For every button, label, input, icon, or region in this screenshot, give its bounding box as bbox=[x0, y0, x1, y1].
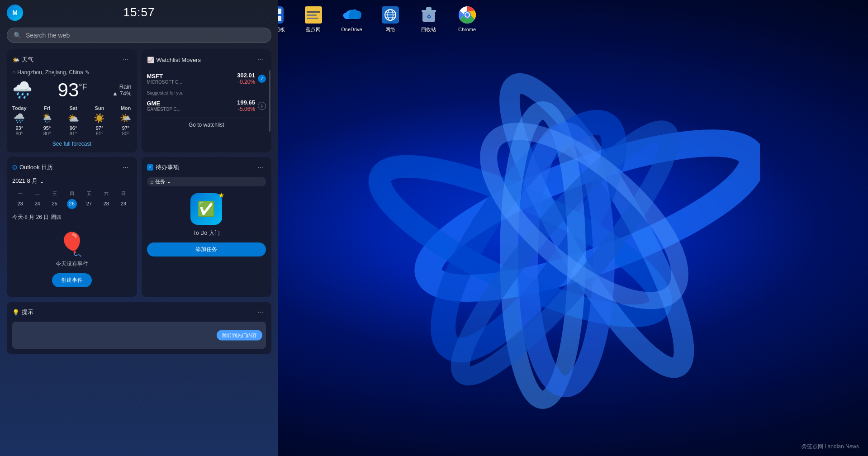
stock-gme-info: GME GAMESTOP C... bbox=[147, 100, 181, 112]
today-label: 今天·8 月 26 日 周四 bbox=[12, 214, 132, 221]
tasks-dropdown[interactable]: ⌂ 任务 ⌄ bbox=[147, 177, 266, 186]
landian-icon bbox=[304, 5, 323, 24]
forecast-sun: Sun ☀️ 97° 81° bbox=[94, 105, 105, 136]
desktop-icon-network[interactable]: 网络 bbox=[373, 4, 407, 34]
onedrive-icon bbox=[342, 5, 361, 24]
cal-day-24[interactable]: 24 bbox=[29, 199, 45, 209]
forecast-icon-1: 🌦️ bbox=[42, 113, 53, 124]
cal-header-fri: 五 bbox=[81, 190, 97, 198]
calendar-widget: O Outlook 日历 ··· 2021 8 月 ⌄ 一 二 三 四 五 六 bbox=[7, 157, 137, 297]
chrome-label: Chrome bbox=[458, 26, 476, 33]
onedrive-label: OneDrive bbox=[341, 26, 362, 33]
scroll-indicator bbox=[269, 70, 270, 132]
forecast-icon-3: ☀️ bbox=[94, 113, 105, 124]
gme-price-info: 199.65 -5.06% bbox=[237, 99, 255, 112]
cal-header-wed: 三 bbox=[47, 190, 62, 198]
cal-header-thu: 四 bbox=[64, 190, 80, 198]
cal-header-tue: 二 bbox=[29, 190, 45, 198]
desktop-icon-landian[interactable]: 蓝点网 bbox=[296, 4, 330, 34]
hot-content-button[interactable]: 跳转到热门内容 bbox=[217, 330, 262, 341]
suggested-label: Suggested for you bbox=[147, 88, 266, 96]
desktop-icon-recycle[interactable]: ♻ 回收站 bbox=[412, 4, 446, 34]
svg-rect-14 bbox=[307, 11, 320, 13]
create-event-button[interactable]: 创建事件 bbox=[52, 273, 92, 287]
cloud-icon: 🌤️ bbox=[12, 57, 19, 63]
home-task-icon: ⌂ bbox=[151, 179, 154, 185]
balloon-icon: 🎈 bbox=[58, 231, 86, 257]
search-icon: 🔍 bbox=[14, 32, 21, 39]
chevron-down-icon[interactable]: ⌄ bbox=[39, 178, 44, 185]
weather-location: ⌂ Hangzhou, Zhejiang, China ✎ bbox=[12, 69, 132, 76]
forecast-fri: Fri 🌦️ 95° 80° bbox=[42, 105, 53, 136]
stock-gme-price: 199.65 -5.06% + bbox=[237, 99, 266, 112]
see-forecast-link[interactable]: See full forecast bbox=[12, 141, 132, 147]
add-task-button[interactable]: 添加任务 bbox=[147, 242, 266, 256]
todo-header: ✓ 待办事项 ··· bbox=[147, 162, 266, 172]
landian-label: 蓝点网 bbox=[306, 26, 321, 33]
weather-condition-icon: 🌧️ bbox=[12, 81, 33, 100]
tips-menu-btn[interactable]: ··· bbox=[255, 307, 266, 317]
todo-empty-area: ✅ ★ To Do 入门 添加任务 bbox=[147, 186, 266, 261]
calendar-header: O Outlook 日历 ··· bbox=[12, 162, 132, 172]
cal-header-mon: 一 bbox=[12, 190, 28, 198]
cal-day-25[interactable]: 25 bbox=[47, 199, 62, 209]
calendar-month-name: 2021 8 月 ⌄ bbox=[12, 177, 44, 185]
go-watchlist-link[interactable]: Go to watchlist bbox=[147, 118, 266, 132]
temperature: 93°F bbox=[58, 79, 87, 100]
desktop-icon-onedrive[interactable]: OneDrive bbox=[335, 4, 369, 34]
widgets-grid: 🌤️ 天气 ··· ⌂ Hangzhou, Zhejiang, China ✎ … bbox=[0, 49, 278, 354]
forecast-icon-0: 🌧️ bbox=[14, 113, 25, 124]
weather-details: Rain ▲ 74% bbox=[112, 83, 132, 97]
edit-icon[interactable]: ✎ bbox=[85, 69, 90, 76]
home-icon: ⌂ bbox=[12, 69, 15, 76]
desktop-icon-chrome[interactable]: Chrome bbox=[450, 4, 484, 34]
weather-menu-btn[interactable]: ··· bbox=[120, 55, 131, 65]
watchlist-title: 📈 Watchlist Movers bbox=[147, 57, 201, 63]
msft-price-info: 302.01 -0.20% bbox=[237, 72, 255, 85]
no-events-text: 今天没有事件 bbox=[56, 260, 88, 268]
cal-day-26-today[interactable]: 26 bbox=[67, 199, 77, 209]
dropdown-arrow-icon: ⌄ bbox=[167, 179, 171, 185]
gme-add-icon[interactable]: + bbox=[258, 102, 266, 110]
svg-rect-15 bbox=[307, 14, 317, 16]
weather-main: 🌧️ 93°F Rain ▲ 74% bbox=[12, 79, 132, 101]
cal-day-23[interactable]: 23 bbox=[12, 199, 28, 209]
forecast-mon: Mon 🌤️ 97° 80° bbox=[120, 105, 131, 136]
cal-day-27[interactable]: 27 bbox=[81, 199, 97, 209]
calendar-menu-btn[interactable]: ··· bbox=[120, 162, 131, 172]
recycle-icon: ♻ bbox=[419, 5, 438, 24]
forecast-icon-4: 🌤️ bbox=[120, 113, 131, 124]
lightbulb-icon: 💡 bbox=[12, 309, 19, 316]
search-bar[interactable]: 🔍 bbox=[7, 28, 271, 43]
wallpaper-svg bbox=[353, 24, 760, 432]
todo-widget: ✓ 待办事项 ··· ⌂ 任务 ⌄ ✅ ★ To Do 入门 添加任务 bbox=[142, 157, 272, 297]
search-input[interactable] bbox=[26, 32, 265, 39]
network-icon bbox=[381, 5, 400, 24]
forecast-icon-2: ⛅ bbox=[68, 113, 79, 124]
todo-menu-btn[interactable]: ··· bbox=[255, 162, 266, 172]
stock-gme: GME GAMESTOP C... 199.65 -5.06% + bbox=[147, 96, 266, 115]
tips-title: 💡 提示 bbox=[12, 308, 33, 316]
no-events-area: 🎈 今天没有事件 创建事件 bbox=[12, 227, 132, 292]
todo-check-icon: ✓ bbox=[147, 164, 153, 171]
stock-msft-info: MSFT MICROSOFT C... bbox=[147, 73, 182, 85]
cal-day-28[interactable]: 28 bbox=[98, 199, 114, 209]
forecast-today: Today 🌧️ 93° 80° bbox=[12, 105, 27, 136]
outlook-icon: O bbox=[12, 164, 17, 171]
svg-point-30 bbox=[465, 13, 469, 17]
weather-forecast: Today 🌧️ 93° 80° Fri 🌦️ 95° 80° Sat ⛅ 96… bbox=[12, 105, 132, 136]
svg-rect-25 bbox=[426, 7, 432, 11]
cal-header-sat: 六 bbox=[98, 190, 114, 198]
watchlist-menu-btn[interactable]: ··· bbox=[255, 55, 266, 65]
weather-header: 🌤️ 天气 ··· bbox=[12, 55, 132, 65]
cal-day-29[interactable]: 29 bbox=[115, 199, 131, 209]
weather-temp-display: 93°F bbox=[58, 79, 87, 101]
tips-header: 💡 提示 ··· bbox=[12, 307, 266, 317]
watchlist-widget: 📈 Watchlist Movers ··· MSFT MICROSOFT C.… bbox=[142, 49, 272, 152]
msft-tracked-icon: ✓ bbox=[258, 75, 266, 83]
watermark: @蓝点网 Landian.News bbox=[801, 443, 859, 451]
recycle-label: 回收站 bbox=[421, 26, 436, 33]
tips-preview: 跳转到热门内容 bbox=[12, 322, 266, 349]
time-display: 15:57 bbox=[7, 5, 271, 19]
widgets-topbar: M 15:57 bbox=[0, 0, 278, 25]
